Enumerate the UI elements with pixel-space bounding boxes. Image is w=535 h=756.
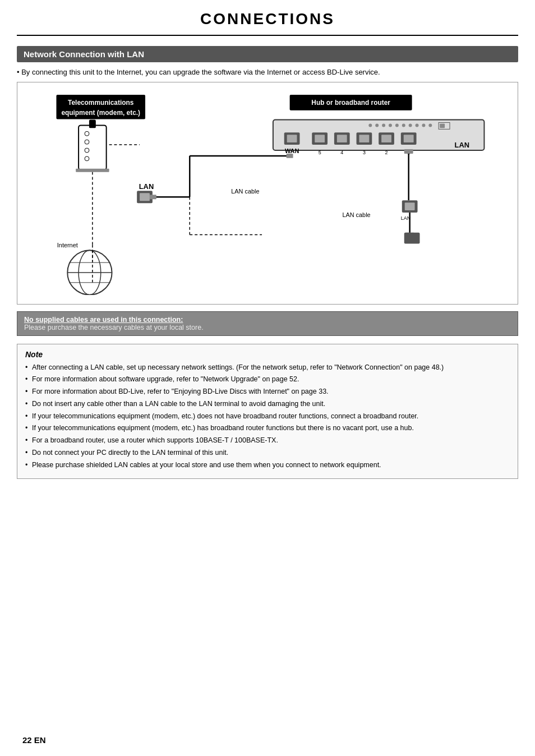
svg-point-16 — [382, 123, 385, 127]
diagram-area: Telecommunications equipment (modem, etc… — [17, 82, 518, 305]
note-list-item: Do not connect your PC directly to the L… — [25, 448, 510, 458]
svg-text:2: 2 — [385, 150, 388, 155]
svg-text:3: 3 — [363, 150, 366, 155]
svg-text:Telecommunications: Telecommunications — [68, 99, 134, 107]
note-list-item: For more information about BD-Live, refe… — [25, 386, 510, 397]
page: CONNECTIONS Network Connection with LAN … — [0, 0, 535, 756]
svg-rect-36 — [359, 135, 369, 142]
note-list-item: After connecting a LAN cable, set up nec… — [25, 362, 510, 373]
note-title: Note — [25, 350, 510, 359]
svg-point-6 — [85, 140, 89, 144]
svg-point-5 — [85, 131, 89, 136]
network-diagram: Telecommunications equipment (modem, etc… — [23, 89, 512, 295]
svg-point-18 — [395, 123, 399, 127]
svg-rect-47 — [140, 193, 150, 201]
svg-point-14 — [368, 123, 372, 127]
note-list-item: For a broadband router, use a router whi… — [25, 435, 510, 446]
svg-rect-25 — [440, 123, 445, 128]
note-list-item: If your telecommunications equipment (mo… — [25, 423, 510, 434]
page-number: 22 EN — [22, 735, 46, 745]
svg-rect-39 — [381, 135, 391, 142]
note-list-item: Please purchase shielded LAN cables at y… — [25, 460, 510, 471]
svg-text:4: 4 — [340, 150, 343, 155]
svg-rect-96 — [404, 233, 420, 244]
svg-rect-9 — [76, 169, 109, 172]
note-list-item: If your telecommunications equipment (mo… — [25, 411, 510, 422]
svg-point-22 — [422, 123, 425, 127]
svg-point-17 — [389, 123, 392, 127]
intro-text: • By connecting this unit to the Interne… — [17, 68, 518, 76]
page-title: CONNECTIONS — [17, 0, 518, 36]
svg-text:Internet: Internet — [57, 242, 78, 248]
svg-rect-58 — [405, 202, 415, 210]
svg-rect-3 — [79, 125, 107, 169]
svg-text:LAN cable: LAN cable — [231, 188, 259, 195]
svg-rect-30 — [315, 135, 325, 142]
svg-point-7 — [85, 148, 89, 153]
svg-point-21 — [416, 123, 419, 127]
warning-box: No supplied cables are used in this conn… — [17, 311, 518, 336]
svg-text:5: 5 — [319, 150, 321, 155]
svg-point-20 — [409, 123, 412, 127]
svg-text:equipment (modem, etc.): equipment (modem, etc.) — [61, 109, 140, 117]
svg-rect-56 — [404, 149, 413, 154]
svg-rect-33 — [337, 135, 347, 142]
note-list: After connecting a LAN cable, set up nec… — [25, 362, 510, 471]
svg-point-15 — [375, 123, 379, 127]
svg-point-23 — [428, 123, 432, 127]
svg-text:LAN cable: LAN cable — [342, 211, 370, 218]
svg-rect-4 — [89, 119, 96, 128]
note-box: Note After connecting a LAN cable, set u… — [17, 344, 518, 480]
warning-title: No supplied cables are used in this conn… — [24, 316, 183, 324]
svg-rect-51 — [150, 195, 156, 199]
section-header: Network Connection with LAN — [17, 46, 518, 62]
svg-point-19 — [402, 123, 405, 127]
svg-rect-27 — [287, 135, 297, 142]
warning-body: Please purchase the necessary cables at … — [24, 324, 204, 331]
svg-point-8 — [85, 156, 89, 161]
note-list-item: For more information about software upgr… — [25, 374, 510, 385]
svg-rect-53 — [287, 154, 293, 158]
svg-text:LAN: LAN — [139, 182, 154, 191]
svg-rect-42 — [404, 135, 414, 142]
svg-text:WAN: WAN — [285, 147, 299, 154]
note-list-item: Do not insert any cable other than a LAN… — [25, 399, 510, 409]
svg-text:Hub or broadband router: Hub or broadband router — [311, 99, 390, 107]
svg-text:LAN: LAN — [455, 141, 469, 149]
